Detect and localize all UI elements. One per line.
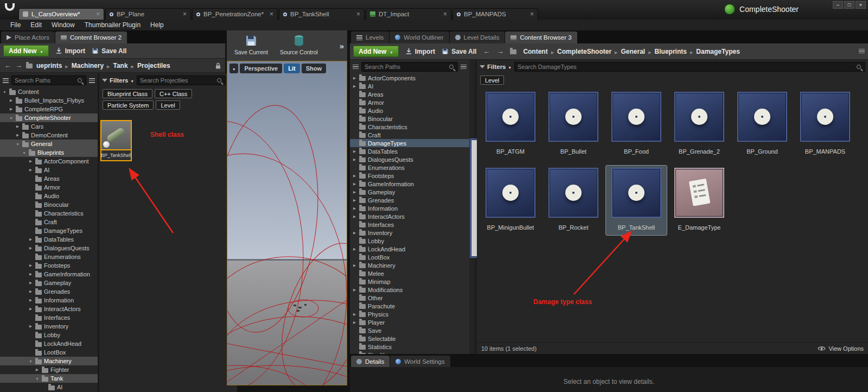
expand-arrow-icon[interactable]: ▶ [28,159,33,163]
folder-tree-item[interactable]: LootBox [0,348,98,357]
folder-tree-item[interactable]: ▶ ActorComponent [0,157,98,166]
folder-tree-item[interactable]: ▶ Inventory [0,322,98,331]
asset-tile[interactable]: BP_MANPADS [795,90,856,159]
expand-arrow-icon[interactable]: ▶ [28,281,33,285]
breadcrumb-item[interactable]: Content [523,48,547,55]
folder-tree-item[interactable]: Lobby [350,237,469,245]
expand-arrow-icon[interactable]: ▶ [28,246,33,250]
lit-mode-button[interactable]: Lit [284,64,299,73]
viewport-options-button[interactable] [229,64,238,73]
dock-tab[interactable]: Place Actors [1,31,55,43]
expand-arrow-icon[interactable]: ▶ [15,133,20,137]
import-button[interactable]: Import [405,48,435,55]
folder-tree-item[interactable]: ▶ Information [0,296,98,305]
folder-tree-item[interactable]: ▶ Machinery [350,261,469,269]
folder-tree-item[interactable]: ▶ AI [350,82,469,90]
list-view-icon[interactable] [89,78,95,83]
folder-tree-item[interactable]: ▼ Blueprints [0,148,98,157]
folder-tree-item[interactable]: Craft [350,131,469,139]
level-viewport[interactable]: Perspective Lit Show [227,61,347,385]
expand-arrow-icon[interactable]: ▼ [2,90,7,94]
dock-tab[interactable]: Details [351,356,390,367]
folder-tree-item[interactable]: ▼ CompleteShooter [0,113,98,122]
dock-tab[interactable]: Levels [351,31,389,43]
folder-tree-item[interactable]: Selectable [350,334,469,343]
expand-arrow-icon[interactable]: ▶ [352,288,357,292]
folder-tree-item[interactable]: Enumerations [350,163,469,172]
filter-chip[interactable]: Particle System [103,100,154,110]
expand-arrow-icon[interactable]: ▶ [352,231,357,235]
asset-tile[interactable]: BP_Food [606,90,667,159]
breadcrumb-item[interactable]: Machinery [62,62,104,69]
expand-arrow-icon[interactable]: ▶ [352,190,357,194]
expand-arrow-icon[interactable]: ▶ [28,289,33,294]
list-view-icon[interactable] [461,65,467,69]
forward-button[interactable] [496,47,503,55]
document-tab[interactable]: BP_TankShell [279,8,365,20]
folder-tree-item[interactable]: AI [0,383,98,391]
tab-close-icon[interactable] [96,10,100,18]
folder-tree-item[interactable]: ▼ Content [0,87,98,96]
folder-tree-item[interactable]: Melee [350,269,469,277]
folder-tree-item[interactable]: DamageTypes [350,139,469,147]
expand-arrow-icon[interactable]: ▶ [28,263,33,268]
filter-chip[interactable]: C++ Class [155,89,192,98]
folder-tree-item[interactable]: Statistics [350,343,469,351]
folder-tree-item[interactable]: Binocular [0,200,98,209]
folder-tree-item[interactable]: ▶ Bullet_Impacts_Flybys [0,96,98,105]
expand-arrow-icon[interactable]: ▶ [35,368,40,372]
expand-arrow-icon[interactable]: ▶ [352,84,357,88]
tab-close-icon[interactable] [530,10,534,18]
forward-button[interactable] [15,61,22,69]
folder-tree-item[interactable]: ▶ Information [350,204,469,212]
breadcrumb-item[interactable]: CompleteShooter [548,48,611,55]
tree-scrollbar[interactable] [469,60,475,354]
menu-item[interactable]: Help [145,20,169,30]
document-tab[interactable]: L_CarsOverview* [18,8,104,20]
expand-arrow-icon[interactable]: ▶ [28,307,33,311]
menu-item[interactable]: File [5,20,25,30]
filter-chip[interactable]: Blueprint Class [103,89,152,98]
expand-arrow-icon[interactable]: ▶ [9,107,14,111]
folder-tree-item[interactable]: Armor [350,98,469,106]
folder-tree-item[interactable]: ▼ Tank [0,374,98,383]
asset-tile[interactable]: BP_MinigunBullet [480,166,541,235]
minimize-button[interactable]: – [833,1,843,9]
folder-tree-item[interactable]: ▶ InteractActors [350,212,469,220]
document-tab[interactable]: BP_PenetrationZone* [192,8,278,20]
folder-tree-item[interactable]: ▶ Footsteps [0,261,98,270]
filters-button[interactable]: Filters [480,64,512,70]
expand-arrow-icon[interactable]: ▶ [15,124,20,129]
lock-icon[interactable] [215,62,221,69]
folder-tree-item[interactable]: Interfaces [0,313,98,322]
folder-tree-item[interactable]: ▼ General [0,140,98,148]
expand-arrow-icon[interactable]: ▶ [352,206,357,211]
expand-arrow-icon[interactable]: ▶ [28,324,33,328]
expand-arrow-icon[interactable]: ▶ [9,98,14,103]
document-tab[interactable]: DT_Impact [366,8,451,20]
folder-tree-item[interactable]: ▶ InteractActors [0,305,98,313]
breadcrumb-item[interactable]: Projectiles [128,62,170,69]
breadcrumb-item[interactable]: Blueprints [645,48,687,55]
expand-arrow-icon[interactable]: ▶ [28,237,33,242]
folder-tree-item[interactable]: ▶ DataTables [350,147,469,155]
folder-tree-item[interactable]: Areas [0,174,98,183]
folder-tree-item[interactable]: ▶ Fighter [0,365,98,374]
save-all-button[interactable]: Save All [442,48,476,55]
expand-arrow-icon[interactable]: ▼ [9,116,14,120]
folder-tree-item[interactable]: ▶ Grenades [0,287,98,296]
close-button[interactable]: × [856,1,866,9]
folder-tree-item[interactable]: ▶ Inventory [350,229,469,237]
expand-arrow-icon[interactable]: ▶ [28,298,33,302]
folder-tree-item[interactable]: Interfaces [350,220,469,229]
path-options-icon[interactable] [859,49,865,54]
asset-tile[interactable]: BP_Ground [732,90,793,159]
folder-tree-item[interactable]: Save [350,326,469,334]
folder-tree-item[interactable]: Audio [350,106,469,115]
folder-tree-item[interactable]: DamageTypes [0,226,98,235]
document-tab[interactable]: BP_Plane [105,8,191,20]
filter-chip[interactable]: Level [480,75,504,85]
tab-close-icon[interactable] [183,10,187,18]
expand-arrow-icon[interactable]: ▼ [22,151,27,155]
search-assets-box[interactable] [137,75,226,85]
